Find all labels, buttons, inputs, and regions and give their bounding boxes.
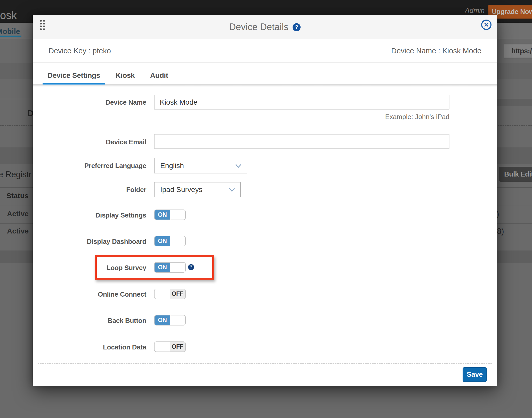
modal-subheader: Device Key : pteko Device Name : Kiosk M…	[33, 39, 497, 63]
toggle-label: Location Data	[33, 343, 146, 351]
footer-divider	[38, 363, 492, 364]
toggle-online-connect[interactable]: OFF	[154, 289, 186, 299]
device-name-text: Device Name : Kiosk Mode	[391, 39, 481, 63]
folder-label: Folder	[33, 186, 146, 194]
device-details-modal: Device Details ? ✕ Device Key : pteko De…	[33, 15, 497, 386]
table-cell-fragment: 8)	[497, 227, 504, 236]
toggle-loop-survey[interactable]: ON	[154, 262, 186, 273]
preferred-language-value: English	[160, 158, 184, 173]
chevron-down-icon	[229, 188, 235, 192]
device-email-input[interactable]	[154, 134, 449, 149]
device-name-hint: Example: John's iPad	[154, 113, 449, 121]
toggle-location-data[interactable]: OFF	[154, 341, 186, 352]
modal-title-wrap: Device Details ?	[33, 15, 497, 39]
toggle-label: Online Connect	[33, 290, 146, 298]
tab-kiosk[interactable]: Kiosk	[110, 63, 140, 85]
brand-logo-partial: osk	[0, 9, 17, 22]
tab-mobile-underline	[0, 36, 21, 37]
folder-value: Ipad Surveys	[160, 182, 202, 197]
toggle-label: Back Button	[33, 317, 146, 325]
modal-title: Device Details	[229, 22, 288, 32]
toggle-label: Loop Survey	[33, 264, 146, 272]
chevron-down-icon	[235, 164, 241, 168]
device-name-input[interactable]	[154, 95, 449, 110]
status-column-header: Status	[6, 192, 29, 200]
device-email-label: Device Email	[33, 138, 146, 146]
tab-device-settings[interactable]: Device Settings	[43, 63, 105, 85]
help-icon[interactable]: ?	[293, 23, 301, 31]
device-name-label: Device Name	[33, 98, 146, 106]
bulk-edit-button[interactable]: Bulk Edit	[499, 167, 532, 182]
close-icon[interactable]: ✕	[481, 20, 491, 30]
admin-menu[interactable]: Admin	[465, 7, 485, 15]
tab-mobile[interactable]: Mobile	[0, 27, 20, 36]
toggle-display-dashboard[interactable]: ON	[154, 236, 186, 246]
preferred-language-select[interactable]: English	[154, 158, 247, 173]
modal-tabs: Device Settings Kiosk Audit	[33, 63, 497, 85]
tabs-shadow	[33, 85, 497, 87]
status-cell: Active	[7, 210, 29, 218]
loop-survey-help-icon[interactable]: ?	[188, 264, 194, 270]
device-registration-heading: e Registr	[0, 170, 31, 179]
preferred-language-label: Preferred Language	[33, 162, 146, 170]
tab-audit[interactable]: Audit	[145, 63, 173, 85]
toggle-back-button[interactable]: ON	[154, 315, 186, 325]
toggle-label: Display Dashboard	[33, 238, 146, 246]
background-band	[497, 99, 532, 106]
status-cell: Active	[7, 227, 29, 235]
toggle-display-settings[interactable]: ON	[154, 210, 186, 220]
url-input[interactable]: https://	[504, 44, 532, 58]
toggle-label: Display Settings	[33, 211, 146, 219]
folder-select[interactable]: Ipad Surveys	[154, 182, 241, 197]
save-button[interactable]: Save	[463, 367, 487, 382]
device-key-text: Device Key : pteko	[49, 39, 111, 63]
